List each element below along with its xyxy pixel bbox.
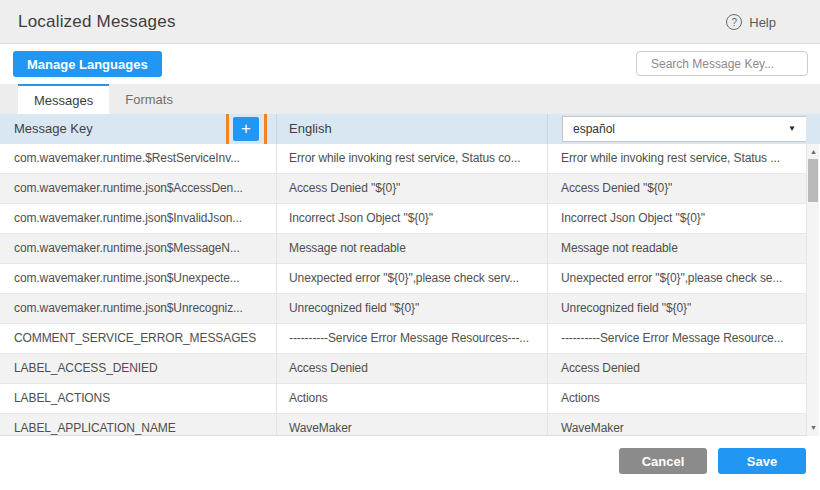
message-key-cell[interactable]: com.wavemaker.runtime.$RestServiceInv... bbox=[0, 144, 277, 174]
column-header-language: español ▼ bbox=[548, 114, 806, 144]
tab-bar: Messages Formats bbox=[0, 84, 820, 114]
scroll-up-button[interactable]: ▲ bbox=[807, 146, 820, 158]
english-cell[interactable]: Actions bbox=[277, 384, 548, 414]
message-key-cell[interactable]: com.wavemaker.runtime.json$AccessDen... bbox=[0, 174, 277, 204]
footer: Cancel Save bbox=[0, 436, 820, 490]
message-key-cell[interactable]: LABEL_APPLICATION_NAME bbox=[0, 414, 277, 436]
message-key-cell[interactable]: com.wavemaker.runtime.json$MessageN... bbox=[0, 234, 277, 264]
tab-formats[interactable]: Formats bbox=[109, 84, 189, 114]
translation-cell[interactable]: WaveMaker bbox=[548, 414, 806, 436]
language-selected-value: español bbox=[573, 114, 615, 144]
vertical-scrollbar[interactable]: ▲ ▼ bbox=[806, 144, 819, 436]
translation-cell[interactable]: Unrecognized field "${0}" bbox=[548, 294, 806, 324]
messages-table-body: com.wavemaker.runtime.$RestServiceInv...… bbox=[0, 144, 806, 436]
manage-languages-button[interactable]: Manage Languages bbox=[13, 51, 162, 77]
translation-cell[interactable]: Access Denied bbox=[548, 354, 806, 384]
message-key-header-label: Message Key bbox=[14, 121, 93, 136]
english-cell[interactable]: Access Denied bbox=[277, 354, 548, 384]
help-link[interactable]: ? Help bbox=[726, 0, 776, 44]
english-cell[interactable]: Unexpected error "${0}",please check ser… bbox=[277, 264, 548, 294]
message-key-cell[interactable]: com.wavemaker.runtime.json$Unexpecte... bbox=[0, 264, 277, 294]
add-message-button[interactable]: + bbox=[233, 117, 259, 141]
help-label: Help bbox=[749, 15, 776, 30]
english-cell[interactable]: Error while invoking rest service, Statu… bbox=[277, 144, 548, 174]
column-header-english: English bbox=[277, 114, 548, 144]
table-row: com.wavemaker.runtime.json$MessageN... M… bbox=[0, 234, 806, 264]
table-row: com.wavemaker.runtime.json$Unexpecte... … bbox=[0, 264, 806, 294]
title-bar: Localized Messages ? Help bbox=[0, 0, 820, 44]
table-row: com.wavemaker.runtime.json$Unrecogniz...… bbox=[0, 294, 806, 324]
english-cell[interactable]: Incorrect Json Object "${0}" bbox=[277, 204, 548, 234]
translation-cell[interactable]: Unexpected error "${0}",please check se.… bbox=[548, 264, 806, 294]
search-box bbox=[636, 51, 808, 76]
translation-cell[interactable]: Actions bbox=[548, 384, 806, 414]
translation-cell[interactable]: Access Denied "${0}" bbox=[548, 174, 806, 204]
save-button[interactable]: Save bbox=[718, 448, 806, 474]
english-cell[interactable]: ----------Service Error Message Resource… bbox=[277, 324, 548, 354]
language-select[interactable]: español ▼ bbox=[562, 116, 806, 142]
table-row: com.wavemaker.runtime.$RestServiceInv...… bbox=[0, 144, 806, 174]
message-key-cell[interactable]: LABEL_ACTIONS bbox=[0, 384, 277, 414]
translation-cell[interactable]: Message not readable bbox=[548, 234, 806, 264]
scroll-down-button[interactable]: ▼ bbox=[807, 422, 820, 434]
tab-messages-label: Messages bbox=[34, 93, 93, 108]
english-cell[interactable]: Message not readable bbox=[277, 234, 548, 264]
message-key-cell[interactable]: LABEL_ACCESS_DENIED bbox=[0, 354, 277, 384]
table-row: COMMENT_SERVICE_ERROR_MESSAGES ---------… bbox=[0, 324, 806, 354]
message-key-cell[interactable]: com.wavemaker.runtime.json$Unrecogniz... bbox=[0, 294, 277, 324]
table-row: LABEL_ACTIONS Actions Actions bbox=[0, 384, 806, 414]
table-row: com.wavemaker.runtime.json$InvalidJson..… bbox=[0, 204, 806, 234]
message-key-cell[interactable]: COMMENT_SERVICE_ERROR_MESSAGES bbox=[0, 324, 277, 354]
english-cell[interactable]: WaveMaker bbox=[277, 414, 548, 436]
english-cell[interactable]: Access Denied "${0}" bbox=[277, 174, 548, 204]
column-header-message-key: Message Key + bbox=[0, 114, 277, 144]
table-header: Message Key + English español ▼ bbox=[0, 114, 820, 144]
translation-cell[interactable]: ----------Service Error Message Resource… bbox=[548, 324, 806, 354]
help-icon: ? bbox=[726, 14, 742, 30]
scroll-thumb[interactable] bbox=[808, 159, 818, 202]
localized-messages-dialog: Localized Messages ? Help Manage Languag… bbox=[0, 0, 820, 490]
search-input[interactable] bbox=[651, 57, 806, 71]
translation-cell[interactable]: Error while invoking rest service, Statu… bbox=[548, 144, 806, 174]
message-key-cell[interactable]: com.wavemaker.runtime.json$InvalidJson..… bbox=[0, 204, 277, 234]
tab-formats-label: Formats bbox=[125, 92, 173, 107]
plus-icon: + bbox=[241, 119, 251, 138]
chevron-down-icon: ▼ bbox=[788, 114, 796, 144]
english-cell[interactable]: Unrecognized field "${0}" bbox=[277, 294, 548, 324]
english-header-label: English bbox=[289, 121, 332, 136]
tab-messages[interactable]: Messages bbox=[18, 84, 109, 114]
translation-cell[interactable]: Incorrect Json Object "${0}" bbox=[548, 204, 806, 234]
page-title: Localized Messages bbox=[18, 0, 176, 44]
table-row: com.wavemaker.runtime.json$AccessDen... … bbox=[0, 174, 806, 204]
table-row: LABEL_APPLICATION_NAME WaveMaker WaveMak… bbox=[0, 414, 806, 436]
toolbar: Manage Languages bbox=[0, 45, 820, 84]
table-row: LABEL_ACCESS_DENIED Access Denied Access… bbox=[0, 354, 806, 384]
cancel-button[interactable]: Cancel bbox=[619, 448, 707, 474]
